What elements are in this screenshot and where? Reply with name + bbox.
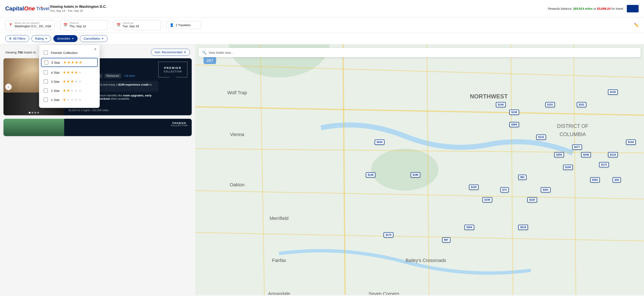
amenity-item-5star[interactable]: 5 Star ★ ★ ★ ★ ★ [41,58,98,67]
svg-text:Wolf Trap: Wolf Trap [227,90,247,95]
travelers-field[interactable]: 👤 2 Travelers [166,21,201,29]
price-pin-0[interactable]: $135 [608,89,618,95]
checkin-value: Thu, Sep 14 [70,24,86,28]
map-svg: NORTHWEST DISTRICT OF COLUMBIA Great Fal… [195,44,644,295]
location-icon: 📍 [8,23,13,27]
amenity-item-2star[interactable]: 2 Star ★ ★ ★ ★ ★ [39,86,100,95]
4star-label: 4 Star [51,71,60,74]
logo: Capital One Travel ✈ [5,5,43,12]
3star-checkbox[interactable] [44,79,48,84]
calendar-icon-checkin: 📅 [63,23,68,27]
search-divider-1 [57,21,58,29]
amenities-dropdown: × Premier Collection 5 Star ★ ★ ★ ★ ★ 4 … [39,45,100,108]
price-pin-2[interactable]: $138 [509,110,519,115]
price-pin-9[interactable]: $259 [554,152,564,157]
sort-chevron-icon: ⇕ [184,50,186,54]
2star-label: 2 Star [51,89,60,92]
rewards-label: Rewards balance: [548,7,572,10]
price-pin-20[interactable]: $155 [469,185,479,190]
rating-filter-button[interactable]: Rating ▼ [32,35,51,42]
5star-stars: ★ ★ ★ ★ ★ [63,60,82,65]
premier-collection-label: Premier Collection [51,51,78,55]
header-left: Capital One Travel ✈ Viewing hotels in W… [5,5,107,12]
premier-badge-2-title: PREMIER [171,122,188,124]
price-pin-10[interactable]: $248 [581,152,591,157]
premier-badge-2-sub: COLLECTION [171,124,188,127]
svg-text:Vienna: Vienna [230,132,244,137]
svg-text:NORTHWEST: NORTHWEST [470,93,508,100]
destination-field[interactable]: 📍 Where are you staying? Washington D.C.… [5,20,55,30]
4star-checkbox[interactable] [44,70,48,74]
amenity-item-1star[interactable]: 1 Star ★ ★ ★ ★ ★ [39,95,100,104]
price-pin-23[interactable]: $159 [482,197,492,202]
map-search-text[interactable]: View hotels near... [208,51,233,54]
destination-label: Where are you staying? [14,22,52,24]
travelers-value: 2 Travelers [176,23,190,27]
rewards-balance: Rewards balance: 369,924 miles or $3,699… [548,7,623,10]
price-pin-3[interactable]: $101 [545,102,555,107]
amenity-more[interactable]: +16 more [123,73,136,78]
search-bar: 📍 Where are you staying? Washington D.C.… [0,17,644,33]
map-search-icon: 🔍 [202,50,206,55]
price-pin-16[interactable]: $180 [411,172,420,177]
edit-search-button[interactable]: ✏️ [634,23,639,27]
viewing-suffix: hotels in [24,50,36,54]
price-pin-12[interactable]: $144 [626,140,636,145]
3star-label: 3 Star [51,80,60,83]
dropdown-close-button[interactable]: × [94,47,96,51]
price-pin-18[interactable]: $362 [590,177,600,182]
price-pin-17[interactable]: $91 [518,175,526,180]
price-pin-4[interactable]: $101 [577,102,586,107]
2star-stars: ★ ★ ★ ★ ★ [63,88,82,93]
price-pin-19[interactable]: $38 [612,177,621,182]
price-pin-24[interactable]: $220 [527,197,537,202]
amenity-item-3star[interactable]: 3 Star ★ ★ ★ ★ ★ [39,77,100,86]
price-pin-25[interactable]: $304 [464,225,474,230]
price-pin-7[interactable]: $244 [375,140,384,145]
checkout-field[interactable]: 📅 Check-out Tue, Sep 19 [113,20,161,30]
cancellation-chevron-icon: ▼ [102,37,104,40]
amenities-label: Amenities [57,37,70,40]
price-pin-15[interactable]: $148 [366,172,376,177]
dot-2[interactable] [32,112,34,114]
amenities-filter-button[interactable]: Amenities ▼ [53,35,78,42]
hotel-exterior-image [4,119,64,136]
amenity-restaurant: Restaurant [104,73,122,78]
hotel-count: 756 [17,50,23,54]
price-pin-28[interactable]: $170 [384,232,393,238]
price-pin-22[interactable]: $301 [541,187,550,192]
cancellation-label: Cancellation [84,37,100,40]
1star-checkbox[interactable] [44,97,48,102]
premier-subtitle: COLLECTION [164,70,182,73]
price-pin-6[interactable]: $133 [536,135,546,140]
sort-button[interactable]: Sort: Recommended ⇕ [151,49,190,56]
all-filters-button[interactable]: ⚙ All Filters [5,35,29,42]
amenity-item-premier-collection[interactable]: Premier Collection [39,48,100,57]
price-pin-11[interactable]: $118 [608,152,618,157]
price-pin-5[interactable]: $364 [509,122,519,127]
dot-4[interactable] [37,112,39,114]
svg-text:DISTRICT OF: DISTRICT OF [557,123,588,129]
price-pin-26[interactable]: $218 [518,225,528,230]
cancellation-filter-button[interactable]: Cancellation ▼ [80,35,108,42]
image-prev-button[interactable]: ‹ [5,84,12,90]
price-pin-8[interactable]: $277 [572,145,582,150]
dot-3[interactable] [34,112,36,114]
dot-1[interactable] [29,112,30,114]
2star-checkbox[interactable] [44,88,48,93]
svg-text:Fairfax: Fairfax [272,258,286,263]
price-pin-1[interactable]: $144 [496,102,506,107]
price-pin-27[interactable]: $97 [442,237,450,243]
hotel-card-2[interactable]: PREMIER COLLECTION [4,119,192,136]
amenity-item-4star[interactable]: 4 Star ★ ★ ★ ★ ★ [39,68,100,77]
logo-one: One [24,5,35,12]
premier-collection-checkbox[interactable] [44,50,48,55]
5star-checkbox[interactable] [44,60,48,65]
price-pin-14[interactable]: $105 [563,165,573,170]
checkin-field[interactable]: 📅 Check-in Thu, Sep 14 [60,20,108,30]
premier-badge-arrow [170,77,176,80]
price-pin-13[interactable]: $174 [599,162,609,167]
price-pin-21[interactable]: $74 [500,187,509,192]
rewards-amount: $3,699.24 [597,7,610,10]
search-info-dates: Thu, Sep 14 - Tue, Sep 19 [50,9,107,12]
